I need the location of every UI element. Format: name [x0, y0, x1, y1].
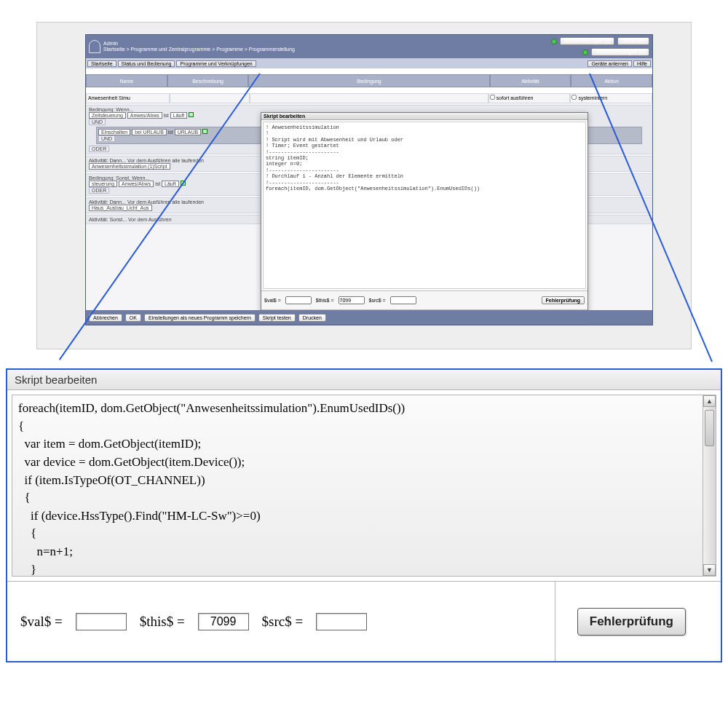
col-desc: Beschreibung — [167, 74, 249, 87]
chip-oder[interactable]: ODER — [89, 146, 109, 152]
scroll-up-icon[interactable]: ▲ — [703, 395, 716, 407]
footer-test[interactable]: Skript testen — [258, 314, 296, 322]
scroll-thumb[interactable] — [705, 410, 714, 446]
this-label: $this$ = — [140, 614, 185, 630]
mini-editor[interactable]: ! Anwesenheitssimulation ! ! Script wird… — [263, 122, 586, 289]
mini-header: Admin Startseite > Programme und Zentral… — [86, 35, 652, 58]
dd-lauft2[interactable]: Läuft — [162, 181, 179, 187]
scroll-down-icon[interactable]: ▼ — [703, 564, 716, 576]
col-cond: Bedingung — [248, 74, 489, 87]
col-name: Name — [86, 74, 167, 87]
service-button[interactable]: Servicemeldungen (0) — [591, 48, 649, 56]
chip-und2[interactable]: UND — [98, 135, 115, 142]
zoom-title: Skript bearbeiten — [7, 370, 721, 390]
dd-anwes2[interactable]: Anwes/Abws — [119, 181, 154, 187]
chip-und[interactable]: UND — [89, 119, 106, 125]
dd-hausaus[interactable]: Haus_Ausbau_Licht_Aus — [89, 205, 152, 211]
zoom-editor-wrap: foreach(itemID, dom.GetObject("Anwesenhe… — [12, 395, 716, 577]
src-input[interactable] — [316, 613, 367, 630]
dd-lauft[interactable]: Läuft — [170, 112, 188, 119]
device-learn-button[interactable]: Geräte anlernen — [587, 60, 632, 67]
logo-icon — [89, 40, 100, 53]
mini-src-input[interactable] — [390, 296, 416, 304]
dd-ein[interactable]: Einschalten — [98, 129, 130, 135]
mini-var-row: $val$ = $this$ = $src$ = Fehlerprüfung — [261, 290, 587, 309]
mini-script-modal: Skript bearbeiten ! Anwesenheitssimulati… — [261, 112, 588, 319]
col-action: Aktion — [571, 74, 652, 87]
logout-button[interactable]: Abmelden — [617, 37, 649, 45]
chip-oder2[interactable]: ODER — [89, 187, 109, 194]
program-desc-cell[interactable] — [170, 93, 250, 103]
zoom-editor-textarea[interactable]: foreach(itemID, dom.GetObject("Anwesenhe… — [12, 395, 716, 576]
breadcrumb: Startseite > Programme und Zentralprogra… — [103, 47, 295, 52]
dd-anwes[interactable]: Anwes/Abws — [127, 112, 162, 119]
mini-body: Name Beschreibung Bedingung Aktivität Ak… — [86, 74, 652, 319]
active-checkbox[interactable] — [490, 95, 495, 100]
check-icon[interactable] — [189, 112, 194, 117]
footer-print[interactable]: Drucken — [298, 314, 326, 322]
zoom-script-editor-panel: Skript bearbeiten foreach(itemID, dom.Ge… — [6, 368, 722, 662]
fehlerpruefung-button[interactable]: Fehlerprüfung — [577, 608, 686, 636]
program-name[interactable]: Anwesenheit Simu — [86, 93, 170, 103]
val-input[interactable] — [76, 613, 127, 630]
sysint-checkbox[interactable] — [571, 95, 577, 100]
footer-abbrechen[interactable]: Abbrechen — [89, 314, 122, 322]
src-label: $src$ = — [262, 614, 304, 630]
zoom-var-row: $val$ = $this$ = $src$ = Fehlerprüfung — [7, 581, 721, 661]
alarm-button[interactable]: Alarmmeldungen (0) — [560, 37, 614, 45]
help-button[interactable]: Hilfe — [633, 60, 651, 67]
col-act: Aktivität — [490, 74, 571, 87]
val-label: $val$ = — [20, 614, 63, 630]
dd-urlaubw[interactable]: URLAUB — [175, 129, 201, 135]
check-icon[interactable] — [202, 129, 207, 134]
dd-urlaub[interactable]: bei URLAUB — [132, 129, 167, 135]
mini-this-input[interactable] — [339, 296, 365, 304]
mini-nav: Startseite Status und Bedienung Programm… — [86, 58, 652, 68]
scrollbar[interactable]: ▲ ▼ — [703, 395, 716, 576]
dd-zeit[interactable]: Zeitsteuerung — [89, 112, 126, 119]
mini-val-input[interactable] — [285, 296, 312, 304]
mini-canvas: Admin Startseite > Programme und Zentral… — [36, 22, 692, 349]
this-input[interactable] — [198, 613, 249, 630]
mini-app-window: Admin Startseite > Programme und Zentral… — [85, 34, 653, 325]
tab-programs[interactable]: Programme und Verknüpfungen — [176, 60, 256, 67]
mini-fehler-button[interactable]: Fehlerprüfung — [542, 296, 585, 304]
tab-status[interactable]: Status und Bedienung — [118, 60, 175, 67]
footer-savenew[interactable]: Einstellungen als neues Programm speiche… — [144, 314, 256, 322]
mini-modal-title: Skript bearbeiten — [261, 113, 587, 120]
dd-script1[interactable]: Anwesenheitssimulation (1)Script — [89, 163, 170, 170]
fehler-box: Fehlerprüfung — [555, 582, 708, 661]
status-dot-icon — [582, 50, 588, 55]
admin-label: Admin — [103, 41, 295, 47]
status-dot-icon — [551, 39, 557, 44]
auto-label: sofort ausführen — [496, 95, 534, 100]
footer-ok[interactable]: OK — [125, 314, 141, 322]
dd-zeit2[interactable]: steuerung — [89, 181, 117, 187]
tab-home[interactable]: Startseite — [87, 60, 116, 67]
mini-footer: Abbrechen OK Einstellungen als neues Pro… — [86, 310, 652, 325]
